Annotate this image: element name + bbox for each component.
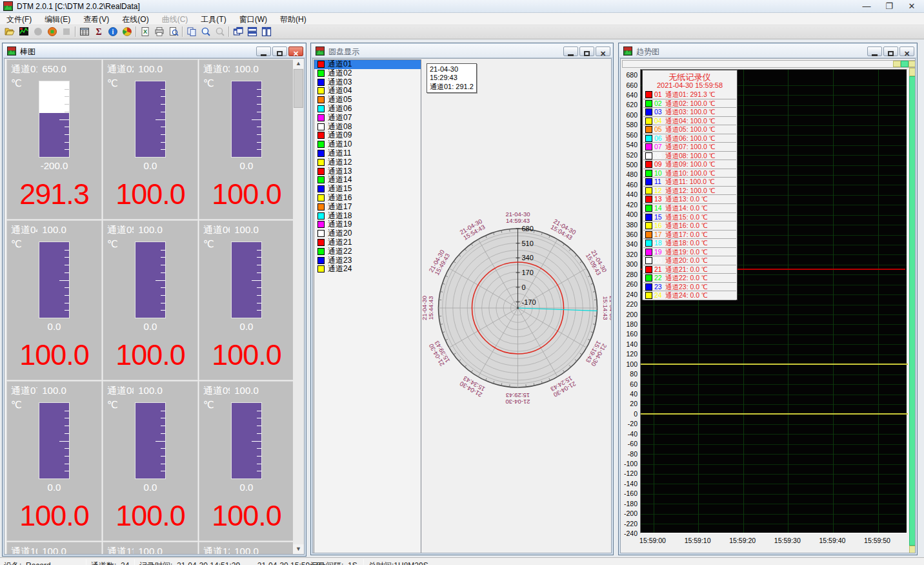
menu-item-8[interactable]: 帮助(H)	[274, 13, 313, 25]
disc-window-titlebar[interactable]: 圆盘显示✕	[312, 44, 612, 58]
stop-icon	[47, 26, 57, 37]
legend-color-swatch	[645, 274, 652, 282]
channel-list-item-23[interactable]: 通道23	[314, 256, 421, 265]
channel-list-item-18[interactable]: 通道18	[314, 212, 421, 221]
channel-list-item-7[interactable]: 通道07	[314, 114, 421, 123]
channel-color-swatch	[317, 141, 325, 148]
bar-graph-window-titlebar[interactable]: 棒图✕	[3, 44, 305, 58]
trend-y-label: 420	[620, 201, 638, 209]
toolbar-tile-vertical-button[interactable]	[259, 25, 274, 39]
disc-window-close-button[interactable]: ✕	[596, 46, 610, 56]
channel-list-item-12[interactable]: 通道12	[314, 158, 421, 167]
channel-list-item-8[interactable]: 通道08	[314, 123, 421, 132]
gauge-tick	[59, 119, 69, 120]
toolbar-info-button[interactable]: i	[106, 25, 120, 39]
disc-window[interactable]: 圆盘显示✕通道01通道02通道03通道04通道05通道06通道07通道08通道0…	[310, 43, 614, 555]
menu-item-1[interactable]: 文件(F)	[0, 13, 38, 25]
v-scroll-thumb[interactable]	[909, 76, 916, 546]
trend-window-minimize-button[interactable]	[867, 46, 882, 56]
toolbar-export-button[interactable]: X	[138, 25, 152, 39]
gauge-tick	[161, 433, 165, 434]
toolbar-zoom-button[interactable]	[199, 25, 213, 39]
bar-graph-window[interactable]: 棒图✕通道01650.0℃-200.0291.3通道02100.0℃0.0100…	[2, 43, 306, 557]
gauge-tick	[161, 287, 165, 288]
trend-window[interactable]: 趋势图✕680660640620600580560540520500480460…	[618, 43, 918, 555]
channel-list-item-24[interactable]: 通道24	[314, 265, 421, 274]
app-minimize-button[interactable]: —	[857, 1, 876, 12]
channel-list-item-13[interactable]: 通道13	[314, 167, 421, 176]
app-close-button[interactable]: ✕	[902, 1, 921, 12]
h-scroll-thumb[interactable]	[901, 61, 909, 67]
channel-list-item-1[interactable]: 通道01	[314, 60, 421, 69]
gauge-tick	[161, 127, 165, 127]
channel-list-item-15[interactable]: 通道15	[314, 185, 421, 194]
channel-list-item-6[interactable]: 通道06	[314, 105, 421, 114]
trend-window-maximize-button[interactable]	[883, 46, 898, 56]
h-scroll-cap[interactable]	[909, 61, 916, 67]
channel-list-item-20[interactable]: 通道20	[314, 229, 421, 238]
channel-list-item-4[interactable]: 通道04	[314, 87, 421, 96]
scroll-down-arrow[interactable]: ▼	[293, 544, 304, 554]
trend-window-close-button[interactable]: ✕	[899, 46, 914, 56]
channel-list-item-3[interactable]: 通道03	[314, 78, 421, 87]
trend-window-titlebar[interactable]: 趋势图✕	[619, 44, 916, 58]
gauge-tick	[65, 471, 69, 471]
channel-list-item-21[interactable]: 通道21	[314, 238, 421, 247]
menu-item-3[interactable]: 查看(V)	[77, 13, 115, 25]
bar-graph-window-maximize-button[interactable]	[272, 46, 287, 56]
channel-list-item-22[interactable]: 通道22	[314, 247, 421, 256]
channel-list-item-17[interactable]: 通道17	[314, 203, 421, 212]
channel-list-item-11[interactable]: 通道11	[314, 149, 421, 158]
v-scroll-cap[interactable]	[909, 546, 916, 553]
menu-item-7[interactable]: 窗口(W)	[233, 13, 274, 25]
bar-gauge-channel-5: 通道05100.0℃0.0100.0	[103, 220, 198, 380]
gauge-tick	[161, 464, 165, 464]
toolbar-copy-button[interactable]	[185, 25, 199, 39]
v-scroll-cap[interactable]	[909, 68, 916, 76]
scroll-up-arrow[interactable]: ▲	[293, 59, 304, 68]
toolbar-stop-button[interactable]	[45, 25, 59, 39]
toolbar-cascade-button[interactable]	[231, 25, 245, 39]
menu-item-6[interactable]: 工具(T)	[194, 13, 232, 25]
disc-window-maximize-button[interactable]	[579, 46, 594, 56]
channel-list-item-14[interactable]: 通道14	[314, 176, 421, 185]
channel-list-item-16[interactable]: 通道16	[314, 194, 421, 203]
app-maximize-button[interactable]: ❐	[879, 1, 899, 12]
legend-channel-value: 通道14: 0.0 ℃	[665, 204, 708, 213]
bar-graph-window-close-button[interactable]: ✕	[288, 46, 303, 56]
disc-channel-list[interactable]: 通道01通道02通道03通道04通道05通道06通道07通道08通道09通道10…	[314, 59, 421, 553]
channel-list-item-10[interactable]: 通道10	[314, 140, 421, 149]
scroll-thumb[interactable]	[294, 69, 303, 108]
trend-gridline-h	[641, 305, 907, 305]
channel-list-item-9[interactable]: 通道09	[314, 131, 421, 140]
open-icon	[5, 26, 15, 37]
gauge-tick	[257, 456, 261, 457]
channel-list-item-19[interactable]: 通道19	[314, 220, 421, 229]
toolbar-separator	[181, 25, 185, 39]
app-titlebar[interactable]: DTM 2.0.1 [C:\DTM 2.0.2\RealData] — ❐ ✕	[0, 0, 924, 13]
toolbar-sum-button[interactable]: Σ	[92, 25, 106, 39]
disc-window-minimize-button[interactable]	[563, 46, 578, 56]
gauge-tick	[65, 127, 69, 127]
toolbar-tile-horizontal-button[interactable]	[245, 25, 259, 39]
legend-row-12: 12通道12: 100.0 ℃	[643, 187, 736, 196]
channel-list-item-2[interactable]: 通道02	[314, 69, 421, 78]
channel-list-item-5[interactable]: 通道05	[314, 96, 421, 105]
bar-graph-window-minimize-button[interactable]	[256, 46, 271, 56]
legend-channel-value: 通道06: 100.0 ℃	[665, 134, 715, 143]
toolbar-pie-button[interactable]	[120, 25, 134, 39]
range-max-label: 100.0	[23, 385, 85, 396]
toolbar-realtime-data-button[interactable]	[17, 25, 31, 39]
toolbar-preview-button[interactable]	[166, 25, 181, 39]
menu-item-4[interactable]: 在线(O)	[115, 13, 155, 25]
bar-window-scrollbar[interactable]: ▲▼	[293, 59, 304, 554]
trend-v-scrollbar[interactable]	[909, 68, 916, 553]
gauge-tick	[257, 142, 261, 143]
legend-color-swatch	[645, 196, 652, 203]
toolbar-table-button[interactable]	[77, 25, 92, 39]
toolbar-print-button[interactable]	[152, 25, 166, 39]
toolbar-open-button[interactable]	[3, 25, 17, 39]
trend-h-scrollbar[interactable]	[622, 60, 916, 68]
menu-item-2[interactable]: 编辑(E)	[38, 13, 77, 25]
h-scroll-cap[interactable]	[893, 61, 901, 67]
